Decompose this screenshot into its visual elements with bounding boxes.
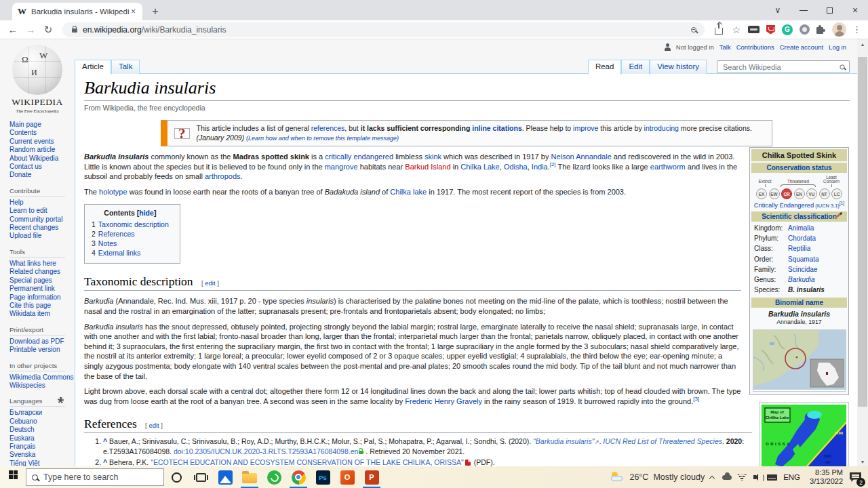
sidebar-link[interactable]: Permanent link xyxy=(9,285,75,293)
edit-section-link[interactable]: edit xyxy=(205,279,215,287)
extension-shield-icon[interactable] xyxy=(766,25,775,35)
cortana-icon[interactable] xyxy=(164,466,189,488)
touch-keyboard-icon[interactable] xyxy=(764,466,779,488)
text-link[interactable]: [1] xyxy=(840,201,844,205)
taskbar-clock[interactable]: 8:35 PM 3/13/2022 xyxy=(804,468,848,486)
minimize-button[interactable]: — xyxy=(791,5,816,15)
chilika-lake-map-thumbnail[interactable]: Map of Chilika Lake ORISSA PURI BAY OF B… xyxy=(759,402,849,466)
taxonomy-value-link[interactable]: Animalia xyxy=(788,223,814,233)
toc-item[interactable]: 4External links xyxy=(92,248,169,258)
text-link[interactable]: IUCN Red List of Threatened Species xyxy=(603,437,722,445)
text-link[interactable]: doi:10.2305/IUCN.UK.2020-3.RLTS.T2593A17… xyxy=(174,447,358,455)
wikipedia-globe-logo[interactable]: Ω W И xyxy=(12,45,62,95)
wiki-search-box[interactable] xyxy=(717,60,850,73)
toc-hide-link[interactable]: hide xyxy=(139,209,154,217)
edit-section-link[interactable]: edit xyxy=(149,422,159,429)
namespace-tab[interactable]: Talk xyxy=(111,60,140,74)
text-link[interactable]: references xyxy=(311,124,345,132)
sidebar-link[interactable]: Contents xyxy=(9,129,75,137)
sidebar-link[interactable]: Download as PDF xyxy=(9,338,75,346)
sidebar-link[interactable]: Contact us xyxy=(9,163,75,171)
sidebar-link[interactable]: About Wikipedia xyxy=(9,155,75,163)
view-tab[interactable]: View history xyxy=(650,60,707,74)
sidebar-link[interactable]: Wikispecies xyxy=(9,382,75,390)
language-settings-gear-icon[interactable] xyxy=(58,397,64,403)
text-link[interactable]: [2] xyxy=(550,161,556,167)
taxonomy-value-link[interactable]: Squamata xyxy=(788,254,819,264)
tab-close-icon[interactable]: × xyxy=(130,7,137,16)
text-link[interactable]: holotype xyxy=(99,188,127,196)
language-indicator[interactable]: ENG xyxy=(779,473,804,481)
sidebar-link[interactable]: Page information xyxy=(9,293,75,302)
scroll-down-icon[interactable]: ▼ xyxy=(857,457,868,466)
sidebar-link[interactable]: Random article xyxy=(9,146,75,154)
new-tab-button[interactable]: + xyxy=(146,3,164,20)
text-link[interactable]: (IUCN 3.1) xyxy=(814,203,840,209)
personal-link-create-account[interactable]: Create account xyxy=(780,43,823,51)
photos-app-icon[interactable] xyxy=(213,466,237,488)
sidebar-link[interactable]: Recent changes xyxy=(9,224,75,232)
sidebar-link[interactable]: Related changes xyxy=(9,268,75,276)
text-link[interactable]: Odisha xyxy=(504,163,528,171)
text-link[interactable]: Chilka lake xyxy=(390,188,427,196)
sidebar-language-link[interactable]: Svenska xyxy=(9,451,75,459)
chrome-icon[interactable] xyxy=(286,466,311,488)
extension-keyboard-icon[interactable] xyxy=(748,26,760,33)
sidebar-link[interactable]: Wikimedia Commons xyxy=(9,373,75,382)
sidebar-link[interactable]: Main page xyxy=(9,121,75,129)
sidebar-language-link[interactable]: Euskara xyxy=(9,434,75,443)
reload-button[interactable]: ↻ xyxy=(39,24,57,36)
sidebar-link[interactable]: Special pages xyxy=(9,277,75,285)
conservation-status-header[interactable]: Conservation status xyxy=(751,163,847,173)
personal-link-contributions[interactable]: Contributions xyxy=(736,43,774,51)
scrollbar-thumb[interactable] xyxy=(858,57,867,407)
maximize-button[interactable] xyxy=(816,7,842,14)
taxonomy-value-link[interactable]: Reptilia xyxy=(788,243,810,253)
binomial-name-header[interactable]: Binomial name xyxy=(751,298,847,308)
text-link[interactable]: inline citations xyxy=(472,124,522,132)
toc-item[interactable]: 3Notes xyxy=(92,239,169,248)
share-icon[interactable] xyxy=(715,28,723,35)
zoom-indicator-icon[interactable] xyxy=(691,27,696,33)
forward-button[interactable]: → xyxy=(22,24,39,35)
page-scrollbar[interactable]: ▲ ▼ xyxy=(857,39,868,466)
volume-icon[interactable] xyxy=(749,466,764,488)
taxonomy-value-link[interactable]: Barkudia xyxy=(788,274,814,285)
sidebar-link[interactable]: What links here xyxy=(9,260,75,268)
text-link[interactable]: Barkud Island xyxy=(405,163,450,171)
file-explorer-icon[interactable] xyxy=(237,466,262,488)
profile-avatar[interactable] xyxy=(832,22,846,37)
sidebar-language-link[interactable]: Български xyxy=(9,409,75,417)
powerpoint-icon[interactable]: P xyxy=(359,466,384,488)
onedrive-cloud-icon[interactable] xyxy=(719,466,734,488)
taskbar-search-box[interactable]: Type here to search xyxy=(26,468,164,486)
text-link[interactable]: arthropods xyxy=(205,172,241,180)
task-view-icon[interactable] xyxy=(189,466,213,488)
notification-badge[interactable]: 2 xyxy=(856,478,865,487)
sidebar-link[interactable]: Upload file xyxy=(9,232,75,240)
extension-gray-icon[interactable] xyxy=(800,24,810,35)
wiki-search-input[interactable] xyxy=(722,62,840,72)
extension-grammarly-icon[interactable]: G xyxy=(782,24,793,35)
sidebar-link[interactable]: Current events xyxy=(9,138,75,146)
address-bar[interactable]: en.wikipedia.org /wiki/Barkudia_insulari… xyxy=(62,22,705,37)
sidebar-language-link[interactable]: Français xyxy=(9,443,75,451)
text-link[interactable]: introducing xyxy=(644,124,679,132)
sidebar-link[interactable]: Donate xyxy=(9,171,75,179)
text-link[interactable]: ^ xyxy=(103,458,109,466)
view-tab[interactable]: Read xyxy=(588,60,622,75)
sidebar-language-link[interactable]: Tiếng Việt xyxy=(9,460,75,466)
sidebar-language-link[interactable]: Deutsch xyxy=(9,426,75,434)
toc-item[interactable]: 1Taxonomic description xyxy=(92,220,169,229)
sidebar-link[interactable]: Wikidata item xyxy=(9,310,75,318)
text-link[interactable]: India xyxy=(532,163,548,171)
text-link[interactable]: Frederic Henry Gravely xyxy=(405,397,482,405)
back-button[interactable]: ← xyxy=(4,24,22,35)
text-link[interactable]: Chilka Lake xyxy=(460,163,499,171)
extensions-puzzle-icon[interactable] xyxy=(816,26,825,34)
whatsapp-icon[interactable] xyxy=(262,466,286,488)
range-map-image[interactable] xyxy=(753,329,846,392)
search-icon[interactable] xyxy=(840,64,844,69)
text-link[interactable]: improve xyxy=(573,124,598,132)
text-link[interactable]: Nelson Annandale xyxy=(551,152,611,161)
